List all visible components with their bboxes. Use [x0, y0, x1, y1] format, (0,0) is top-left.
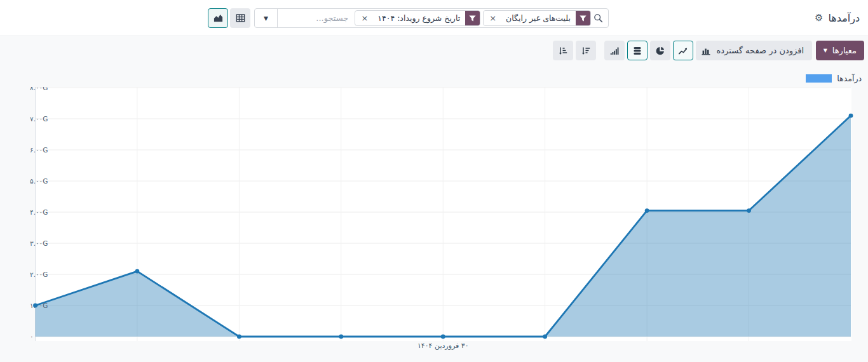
sort-ascending-button[interactable] — [553, 41, 573, 60]
line-chart-icon — [678, 46, 688, 56]
filter-funnel-icon — [465, 11, 480, 25]
svg-text:۰: ۰ — [30, 333, 34, 340]
page-title: درآمدها — [828, 12, 860, 24]
top-bar: درآمدها ⚙ بلیت‌های غیر رایگان × تاریخ شر… — [0, 0, 868, 36]
search-facet-tickets: بلیت‌های غیر رایگان × — [483, 10, 591, 26]
sort-ascending-icon — [558, 46, 568, 56]
facet-label: تاریخ شروع رویداد: ۱۴۰۴ — [372, 13, 465, 23]
chevron-down-icon: ▼ — [264, 15, 268, 22]
breadcrumb: درآمدها ⚙ — [815, 0, 860, 36]
search-options-toggle[interactable]: ▼ — [255, 9, 278, 27]
filter-funnel-icon — [576, 11, 590, 25]
sort-descending-icon — [581, 46, 591, 56]
graph-view-button[interactable] — [208, 8, 228, 28]
line-chart-button[interactable] — [673, 41, 693, 60]
measures-button[interactable]: معیارها ▼ — [816, 41, 864, 60]
search-facets-area: بلیت‌های غیر رایگان × تاریخ شروع رویداد:… — [278, 9, 608, 27]
svg-text:۵.۰۰G: ۵.۰۰G — [30, 177, 48, 185]
revenues-graph-page: { "app": { "title": "درآمدها" }, "icons"… — [0, 0, 868, 362]
chart-legend-item[interactable]: درآمدها — [806, 74, 862, 83]
view-switcher — [208, 8, 250, 28]
revenue-chart[interactable]: ۰۱.۰۰G۲.۰۰G۳.۰۰G۴.۰۰G۵.۰۰G۶.۰۰G۷.۰۰G۸.۰۰… — [0, 87, 868, 362]
svg-text:۲.۰۰G: ۲.۰۰G — [30, 271, 48, 278]
legend-color-swatch — [806, 74, 832, 83]
stacked-database-icon — [632, 46, 642, 56]
facet-label: بلیت‌های غیر رایگان — [501, 13, 576, 23]
svg-text:۸.۰۰G: ۸.۰۰G — [30, 87, 48, 91]
bar-chart-button[interactable] — [696, 41, 716, 60]
facet-remove-icon[interactable]: × — [355, 14, 372, 22]
measures-label: معیارها — [832, 46, 857, 55]
add-to-spreadsheet-button[interactable]: افزودن در صفحه گسترده — [708, 41, 812, 60]
legend-label: درآمدها — [837, 74, 862, 83]
toolbar-divider — [599, 41, 602, 60]
pivot-view-button[interactable] — [230, 8, 250, 28]
svg-text:۶.۰۰G: ۶.۰۰G — [30, 146, 48, 154]
pivot-table-icon — [235, 13, 246, 23]
svg-text:۷.۰۰G: ۷.۰۰G — [30, 115, 48, 123]
pie-chart-icon — [655, 46, 665, 56]
svg-text:۳۰ فروردین ۱۴۰۴: ۳۰ فروردین ۱۴۰۴ — [417, 342, 469, 350]
chart-toolbar — [553, 41, 716, 60]
chevron-down-icon: ▼ — [824, 48, 827, 53]
svg-text:۱.۰۰G: ۱.۰۰G — [30, 302, 48, 309]
area-chart-icon — [213, 13, 224, 23]
search-icon — [593, 13, 603, 23]
svg-text:۳.۰۰G: ۳.۰۰G — [30, 239, 48, 247]
bar-chart-icon — [701, 46, 711, 56]
add-to-spreadsheet-label: افزودن در صفحه گسترده — [716, 46, 804, 55]
search-facet-event-date: تاریخ شروع رویداد: ۱۴۰۴ × — [355, 10, 480, 26]
cumulative-bars-icon — [609, 46, 620, 56]
stacked-toggle-button[interactable] — [627, 41, 648, 60]
pie-chart-button[interactable] — [650, 41, 670, 60]
search-bar: بلیت‌های غیر رایگان × تاریخ شروع رویداد:… — [254, 8, 609, 28]
gear-icon[interactable]: ⚙ — [815, 13, 823, 23]
sort-descending-button[interactable] — [576, 41, 596, 60]
cumulative-toggle-button[interactable] — [604, 41, 625, 60]
facet-remove-icon[interactable]: × — [484, 14, 501, 22]
svg-text:۴.۰۰G: ۴.۰۰G — [30, 208, 48, 216]
search-input[interactable] — [280, 13, 352, 23]
